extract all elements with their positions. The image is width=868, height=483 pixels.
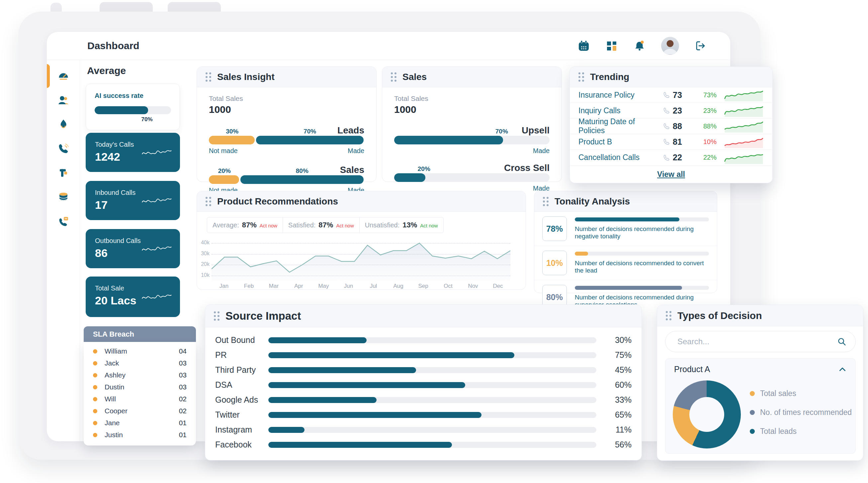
- card-title: Tonality Analysis: [555, 196, 630, 207]
- page-title: Dashboard: [87, 40, 140, 52]
- trending-row[interactable]: Inquiry Calls 23 23%: [570, 103, 772, 119]
- sparkline: [142, 243, 172, 254]
- trend-sparkline: [724, 120, 764, 133]
- sales-flag-icon: [57, 167, 69, 179]
- total-sales-label: Total Sales: [394, 95, 550, 103]
- notification-bell-icon[interactable]: [633, 39, 646, 52]
- source-progress: [268, 427, 596, 433]
- sidebar-item-customers[interactable]: [47, 90, 80, 110]
- tonality-row: 78% Number of decisions recommended duri…: [534, 212, 717, 246]
- legend-dot: [750, 391, 755, 396]
- trend-sparkline: [724, 151, 764, 164]
- chevron-up-icon[interactable]: [838, 365, 847, 374]
- app-header: Dashboard: [47, 32, 730, 60]
- calls-phone-icon: [57, 143, 69, 155]
- stat-chip-satisfied: Satisfied: 87% Act now: [283, 217, 360, 233]
- total-sales-value: 1000: [394, 104, 550, 115]
- calendar-icon[interactable]: [578, 39, 590, 52]
- ai-success-rate-title: AI success rate: [95, 92, 171, 100]
- bullet-dot: [93, 409, 97, 413]
- sales-bar-group: 20% 80% Sales Not made Made: [209, 163, 364, 194]
- avatar-portrait: [661, 37, 679, 55]
- sidebar-item-calls[interactable]: [47, 139, 80, 159]
- average-heading: Average: [87, 65, 126, 76]
- product-a-donut-chart: [673, 380, 741, 449]
- trending-row[interactable]: Maturing Date of Policies 88 88%: [570, 119, 772, 134]
- source-impact-row: Facebook 56%: [205, 437, 642, 452]
- drag-handle-icon[interactable]: [543, 197, 549, 206]
- product-a-header[interactable]: Product A: [665, 358, 856, 376]
- source-progress: [268, 337, 596, 343]
- drag-handle-icon[interactable]: [206, 72, 211, 82]
- stat-card-inbound-calls: Inbound Calls 17: [86, 181, 180, 220]
- bullet-dot: [93, 433, 97, 437]
- search-input[interactable]: [677, 337, 837, 346]
- phone-icon: [663, 107, 670, 114]
- act-now-link[interactable]: Act now: [260, 223, 277, 228]
- sidebar-nav: [47, 60, 80, 442]
- search-box: [665, 331, 856, 352]
- trend-sparkline: [724, 104, 764, 117]
- drag-handle-icon[interactable]: [206, 197, 211, 206]
- tonality-progress: [575, 252, 709, 256]
- sla-breach-title: SLA Breach: [84, 326, 196, 342]
- act-now-link[interactable]: Act now: [336, 223, 354, 228]
- sidebar-item-sales[interactable]: [47, 163, 80, 183]
- source-progress: [268, 352, 596, 358]
- legend-item: Total sales: [750, 389, 852, 398]
- sales-card: Sales Total Sales 1000 70% Upsell Made 2…: [382, 66, 562, 182]
- sparkline: [142, 195, 172, 206]
- source-impact-row: Third Party 45%: [205, 362, 642, 378]
- source-progress: [268, 367, 596, 373]
- sla-breach-card: SLA Breach William04 Jack03 Ashley03 Dus…: [84, 326, 196, 446]
- source-progress: [268, 412, 596, 418]
- leads-bar-group: 30% 70% Leads Not made Made: [209, 124, 364, 155]
- tonality-row: 10% Number of decisions recommended to c…: [534, 246, 717, 280]
- bullet-dot: [93, 361, 97, 365]
- source-progress: [268, 397, 596, 403]
- bullet-dot: [93, 373, 97, 378]
- data-coins-icon: [57, 191, 69, 203]
- leads-progress: [209, 136, 364, 144]
- sidebar-item-hot-leads[interactable]: [47, 115, 80, 134]
- search-icon[interactable]: [837, 336, 847, 347]
- ai-success-progress: [95, 106, 171, 114]
- dashboard-screen: Dashboard: [0, 0, 868, 483]
- tonality-progress: [575, 286, 709, 290]
- customers-icon: [57, 94, 69, 106]
- sla-row: Dustin03: [93, 381, 187, 393]
- drag-handle-icon[interactable]: [666, 311, 672, 320]
- cross-sell-bar-group: 20% Cross Sell Made: [394, 161, 550, 192]
- trending-row[interactable]: Insurance Policy 73 73%: [570, 87, 772, 103]
- product-a-panel: Product A Total sales No. of times recom…: [665, 358, 856, 454]
- user-avatar[interactable]: [661, 37, 679, 55]
- bullet-dot: [93, 349, 97, 354]
- tonality-progress: [575, 218, 709, 221]
- product-recommendations-card: Product Recommendations Average: 87% Act…: [196, 191, 526, 290]
- stat-card-total-sale: Total Sale 20 Lacs: [86, 277, 180, 317]
- ai-success-percent: 70%: [142, 116, 153, 123]
- view-all-link[interactable]: View all: [657, 170, 685, 179]
- sidebar-item-data[interactable]: [47, 187, 80, 207]
- apps-grid-icon[interactable]: [605, 39, 618, 52]
- stat-card-todays-calls: Today's Calls 1242: [86, 133, 180, 172]
- bullet-dot: [93, 385, 97, 389]
- drag-handle-icon[interactable]: [579, 72, 584, 82]
- legend-dot: [750, 429, 755, 434]
- phone-icon: [663, 154, 670, 161]
- sla-row: Will02: [93, 393, 187, 405]
- drag-handle-icon[interactable]: [391, 72, 397, 82]
- call-message-icon: [57, 216, 69, 227]
- sidebar-item-dashboard[interactable]: [47, 66, 80, 86]
- active-indicator: [47, 64, 50, 88]
- act-now-link[interactable]: Act now: [420, 223, 438, 228]
- sales-insight-card: Sales Insight Total Sales 1000 30% 70% L…: [196, 66, 377, 182]
- sidebar-item-call-messages[interactable]: [47, 212, 80, 231]
- bullet-dot: [93, 397, 97, 401]
- drag-handle-icon[interactable]: [214, 311, 219, 321]
- dashboard-gauge-icon: [57, 70, 69, 82]
- sparkline: [142, 147, 172, 158]
- trending-row[interactable]: Product B 81 10%: [570, 134, 772, 150]
- logout-icon[interactable]: [694, 39, 707, 52]
- trending-row[interactable]: Cancellation Calls 22 22%: [570, 150, 772, 165]
